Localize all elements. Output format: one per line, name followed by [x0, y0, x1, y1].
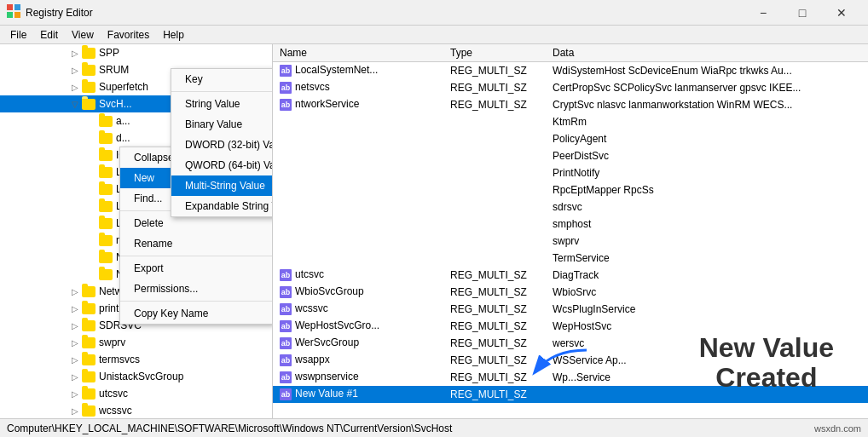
cell-data: DiagTrack — [546, 267, 868, 284]
cell-type: REG_MULTI_SZ — [443, 96, 546, 113]
tree-label-print: print — [99, 302, 119, 314]
folder-icon-utcsvc — [82, 388, 95, 400]
ctx-label-delete: Delete — [134, 217, 164, 229]
cell-name — [273, 181, 443, 198]
cell-name: abwswpnservice — [273, 369, 443, 386]
sub-label-dword: DWORD (32-bit) Value — [185, 139, 273, 151]
sub-key[interactable]: Key — [171, 69, 273, 89]
table-row[interactable]: abWbioSvcGroupREG_MULTI_SZWbioSrvc — [273, 284, 868, 301]
table-row[interactable]: smphost — [273, 216, 868, 233]
cell-name: abnetsvcs — [273, 79, 443, 96]
table-row[interactable]: abwcssvcREG_MULTI_SZWcsPlugInService — [273, 301, 868, 318]
cell-data: Wp...Service — [546, 369, 868, 386]
folder-icon-n3 — [99, 269, 113, 280]
menu-help[interactable]: Help — [156, 27, 191, 43]
table-row[interactable]: PrintNotify — [273, 164, 868, 181]
folder-icon-svchost — [82, 99, 95, 110]
tree-item-wcssvc[interactable]: ▷ wcssvc — [0, 402, 272, 418]
maximize-button[interactable]: □ — [783, 0, 822, 26]
cell-name: abWerSvcGroup — [273, 335, 443, 352]
tree-label-swprv: swprv — [99, 336, 125, 348]
cell-data: smphost — [546, 216, 868, 233]
expand-icon-svchost: ▽ — [68, 97, 82, 111]
table-row[interactable]: RpcEptMapper RpcSs — [273, 181, 868, 198]
menu-favorites[interactable]: Favorites — [101, 27, 156, 43]
cell-type — [443, 250, 546, 267]
cell-name: abutcsvc — [273, 267, 443, 284]
reg-type-icon: ab — [280, 286, 292, 298]
folder-icon-swprv — [82, 337, 95, 348]
cell-data: PrintNotify — [546, 164, 868, 181]
tree-pane[interactable]: ▷ SPP ▷ SRUM ▷ Superfetch ▽ SvcH... — [0, 44, 273, 418]
table-row[interactable]: KtmRm — [273, 113, 868, 130]
cell-name: abntworkService — [273, 96, 443, 113]
reg-type-icon: ab — [280, 82, 292, 94]
cell-type: REG_MULTI_SZ — [443, 284, 546, 301]
reg-type-icon: ab — [280, 388, 292, 400]
table-row[interactable]: abNew Value #1REG_MULTI_SZ — [273, 386, 868, 403]
table-row[interactable]: abWerSvcGroupREG_MULTI_SZwersvc — [273, 335, 868, 352]
reg-type-icon: ab — [280, 269, 292, 281]
folder-icon-superfetch — [82, 82, 95, 93]
folder-icon-spp — [82, 48, 95, 59]
submenu-new: Key String Value Binary Value DWORD (32-… — [171, 68, 273, 217]
table-row[interactable]: abntworkServiceREG_MULTI_SZCryptSvc nlas… — [273, 96, 868, 113]
menu-edit[interactable]: Edit — [33, 27, 65, 43]
folder-icon-lo2 — [99, 201, 113, 212]
folder-icon-unistacksvcgroup — [82, 371, 95, 382]
sub-label-multistring: Multi-String Value — [185, 180, 265, 192]
cell-type — [443, 216, 546, 233]
sub-dword-value[interactable]: DWORD (32-bit) Value — [171, 135, 273, 155]
table-row[interactable]: sdrsvc — [273, 198, 868, 216]
cell-name — [273, 147, 443, 164]
tree-item-termsvcs[interactable]: ▷ termsvcs — [0, 351, 272, 368]
close-button[interactable]: ✕ — [822, 0, 861, 26]
reg-type-icon: ab — [280, 371, 292, 383]
cell-type: REG_MULTI_SZ — [443, 352, 546, 369]
menu-view[interactable]: View — [65, 27, 101, 43]
cell-type: REG_MULTI_SZ — [443, 301, 546, 318]
window-controls: − □ ✕ — [744, 0, 861, 26]
tree-item-swprv[interactable]: ▷ swprv — [0, 334, 272, 351]
ctx-label-find: Find... — [134, 193, 162, 204]
ctx-label-rename: Rename — [134, 238, 172, 250]
table-row[interactable]: PolicyAgent — [273, 130, 868, 147]
cell-name: abWepHostSvcGro... — [273, 318, 443, 335]
cell-type — [443, 113, 546, 130]
tree-item-spp[interactable]: ▷ SPP — [0, 44, 272, 61]
minimize-button[interactable]: − — [744, 0, 783, 26]
sub-binary-value[interactable]: Binary Value — [171, 114, 273, 135]
ctx-rename[interactable]: Rename — [120, 233, 272, 254]
right-pane[interactable]: Name Type Data abLocalSystemNet...REG_MU… — [273, 44, 868, 418]
sub-multistring-value[interactable]: Multi-String Value — [171, 175, 273, 196]
ctx-export[interactable]: Export — [120, 258, 272, 279]
table-row[interactable]: abWepHostSvcGro...REG_MULTI_SZWepHostSvc — [273, 318, 868, 335]
table-row[interactable]: abwsappxREG_MULTI_SZWSService Ap... — [273, 352, 868, 369]
ctx-label-collapse: Collapse — [134, 152, 174, 164]
tree-item-unistacksvcgroup[interactable]: ▷ UnistackSvcGroup — [0, 368, 272, 385]
sub-qword-value[interactable]: QWORD (64-bit) Value — [171, 155, 273, 175]
folder-icon-a — [99, 116, 113, 127]
cell-type — [443, 198, 546, 216]
cell-data: CryptSvc nlasvc lanmanworkstation WinRM … — [546, 96, 868, 113]
table-row[interactable]: PeerDistSvc — [273, 147, 868, 164]
menu-file[interactable]: File — [3, 27, 33, 43]
sub-string-value[interactable]: String Value — [171, 94, 273, 114]
ctx-copykeyname[interactable]: Copy Key Name — [120, 303, 272, 324]
table-row[interactable]: abnetsvcsREG_MULTI_SZCertPropSvc SCPolic… — [273, 79, 868, 96]
tree-label-a: a... — [116, 115, 130, 127]
svg-rect-3 — [14, 12, 20, 18]
reg-type-icon: ab — [280, 99, 292, 111]
tree-item-utcsvc[interactable]: ▷ utcsvc — [0, 385, 272, 402]
window-title: Registry Editor — [26, 7, 744, 19]
table-row[interactable]: TermService — [273, 250, 868, 267]
table-row[interactable]: abwswpnserviceREG_MULTI_SZWp...Service — [273, 369, 868, 386]
sub-expandable-value[interactable]: Expandable String Value — [171, 196, 273, 216]
ctx-label-permissions: Permissions... — [134, 283, 198, 295]
ctx-permissions[interactable]: Permissions... — [120, 279, 272, 299]
table-row[interactable]: abLocalSystemNet...REG_MULTI_SZWdiSystem… — [273, 62, 868, 79]
cell-type: REG_MULTI_SZ — [443, 318, 546, 335]
table-row[interactable]: swprv — [273, 233, 868, 250]
table-row[interactable]: abutcsvcREG_MULTI_SZDiagTrack — [273, 267, 868, 284]
reg-type-icon: ab — [280, 354, 292, 366]
